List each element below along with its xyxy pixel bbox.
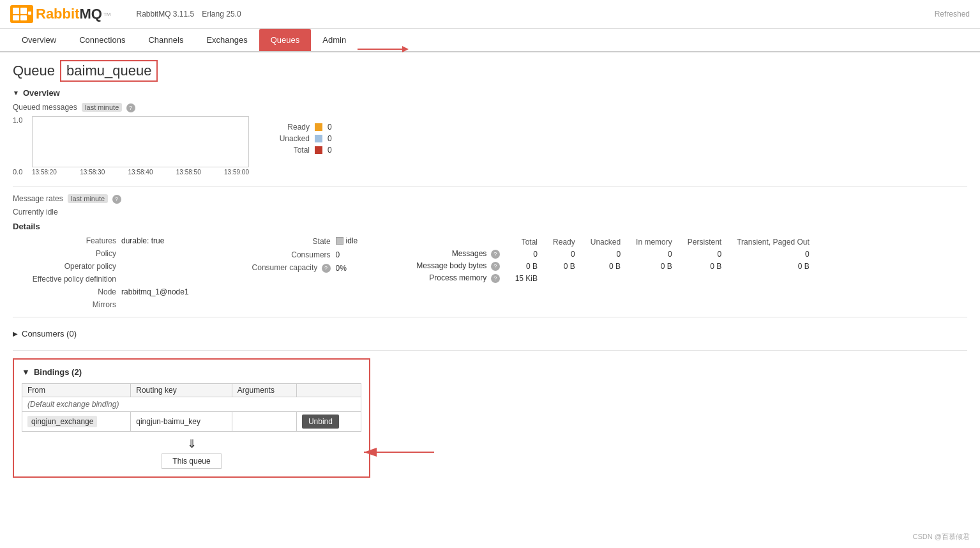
process-memory-help[interactable]: ? xyxy=(491,274,500,283)
binding-from-0: qingjun_exchange xyxy=(22,412,131,432)
admin-arrow xyxy=(358,40,409,59)
nav-queues[interactable]: Queues xyxy=(259,29,312,51)
bindings-arrow-icon: ▼ xyxy=(22,367,30,377)
consumers-arrow-icon: ▶ xyxy=(13,330,18,337)
body-bytes-ready: 0 B xyxy=(545,260,583,272)
consumer-capacity-label: Consumer capacity ? xyxy=(227,263,336,273)
queued-messages-label: Queued messages last minute ? xyxy=(13,103,967,112)
operator-policy-row: Operator policy xyxy=(13,262,189,271)
chart-wrapper: 1.0 0.0 13:58:20 13:58:30 13:58:40 13:58… xyxy=(32,116,249,176)
details-grid: Features durable: true Policy Operator p… xyxy=(13,236,967,309)
ready-color-icon xyxy=(315,123,322,131)
message-rates-label: Message rates last minute ? xyxy=(13,194,967,204)
body-bytes-label: Message body bytes ? xyxy=(409,260,507,272)
this-queue-box: This queue xyxy=(162,453,221,469)
state-value: idle xyxy=(336,236,358,247)
nav-connections[interactable]: Connections xyxy=(68,29,137,51)
queued-messages-help[interactable]: ? xyxy=(126,103,135,112)
messages-help[interactable]: ? xyxy=(491,250,500,259)
consumers-row: Consumers 0 xyxy=(227,250,358,259)
details-label[interactable]: Details xyxy=(13,222,967,231)
body-bytes-inmemory: 0 B xyxy=(628,260,680,272)
svg-rect-5 xyxy=(28,11,31,15)
binding-add-area: ⇓ This queue xyxy=(22,437,361,469)
operator-policy-label: Operator policy xyxy=(13,262,121,271)
unacked-color-icon xyxy=(315,135,322,142)
messages-ready: 0 xyxy=(545,248,583,260)
consumers-value: 0 xyxy=(336,250,340,259)
body-bytes-transient: 0 B xyxy=(729,260,817,272)
bindings-section: ▼ Bindings (2) From Routing key Argument… xyxy=(13,358,370,478)
total-color-icon xyxy=(315,146,322,154)
default-binding-row: (Default exchange binding) xyxy=(22,397,361,412)
chart-legend: Ready 0 Unacked 0 Total 0 xyxy=(275,123,332,155)
messages-inmemory: 0 xyxy=(628,248,680,260)
effective-policy-label: Effective policy definition xyxy=(13,275,121,284)
process-memory-val: 15 KiB xyxy=(508,272,545,284)
legend-ready: Ready 0 xyxy=(275,123,332,132)
logo-rabbit: Rabbit xyxy=(36,6,79,22)
queued-messages-subsection: Queued messages last minute ? 1.0 0.0 13… xyxy=(13,103,967,176)
divider-3 xyxy=(13,350,967,351)
svg-rect-1 xyxy=(13,8,19,14)
body-bytes-total: 0 B xyxy=(508,260,545,272)
body-bytes-persistent: 0 B xyxy=(680,260,729,272)
svg-rect-3 xyxy=(13,15,19,20)
mirrors-row: Mirrors xyxy=(13,300,189,309)
erlang-version: Erlang 25.0 xyxy=(202,10,241,19)
bindings-header[interactable]: ▼ Bindings (2) xyxy=(22,367,361,377)
last-minute-tag2: last minute xyxy=(68,194,108,203)
bindings-col-arguments: Arguments xyxy=(232,384,296,397)
nav-overview[interactable]: Overview xyxy=(10,29,68,51)
state-row: State idle xyxy=(227,236,358,247)
queue-label: Queue xyxy=(13,63,55,79)
x-label-4: 13:59:00 xyxy=(224,169,249,176)
legend-total-label: Total xyxy=(275,146,310,155)
stats-col-total: Total xyxy=(508,236,545,248)
rabbitmq-version: RabbitMQ 3.11.5 xyxy=(136,10,194,19)
legend-unacked: Unacked 0 xyxy=(275,134,332,143)
process-memory-unacked xyxy=(583,272,628,284)
message-rates-help[interactable]: ? xyxy=(112,195,121,204)
nav-exchanges[interactable]: Exchanges xyxy=(195,29,259,51)
x-label-1: 13:58:30 xyxy=(80,169,105,176)
bindings-col-from: From xyxy=(22,384,131,397)
currently-idle: Currently idle xyxy=(13,208,967,217)
chart-y-max: 1.0 xyxy=(13,116,22,124)
bindings-col-routing-key: Routing key xyxy=(131,384,232,397)
nav-admin[interactable]: Admin xyxy=(311,29,358,51)
consumer-capacity-help[interactable]: ? xyxy=(322,264,331,273)
legend-unacked-value: 0 xyxy=(328,134,332,143)
stats-table: Total Ready Unacked In memory Persistent… xyxy=(409,236,817,284)
unbind-button-0[interactable]: Unbind xyxy=(302,415,339,429)
stats-col-persistent: Persistent xyxy=(680,236,729,248)
body-bytes-help[interactable]: ? xyxy=(491,262,500,271)
node-row: Node rabbitmq_1@node1 xyxy=(13,287,189,296)
overview-section-header[interactable]: ▼ Overview xyxy=(13,88,967,98)
logo-mq: MQ xyxy=(79,6,102,22)
stats-col-unacked: Unacked xyxy=(583,236,628,248)
legend-ready-value: 0 xyxy=(328,123,332,132)
unbind-arrow xyxy=(358,439,434,465)
process-memory-persistent xyxy=(680,272,729,284)
refreshed-text: Refreshed xyxy=(935,10,970,19)
messages-transient: 0 xyxy=(729,248,817,260)
binding-arguments-0 xyxy=(232,412,296,432)
stats-body-bytes-row: Message body bytes ? 0 B 0 B 0 B 0 B 0 B… xyxy=(409,260,817,272)
bindings-title: Bindings (2) xyxy=(34,367,82,377)
details-left-col: Features durable: true Policy Operator p… xyxy=(13,236,189,309)
mirrors-label: Mirrors xyxy=(13,300,121,309)
messages-persistent: 0 xyxy=(680,248,729,260)
binding-row-0: qingjun_exchange qingjun-baimu_key Unbin… xyxy=(22,412,361,432)
default-binding-text: (Default exchange binding) xyxy=(22,397,361,412)
consumer-capacity-value: 0% xyxy=(336,264,347,273)
effective-policy-row: Effective policy definition xyxy=(13,275,189,284)
overview-arrow-icon: ▼ xyxy=(13,89,19,96)
svg-marker-7 xyxy=(402,46,409,52)
main-nav: Overview Connections Channels Exchanges … xyxy=(0,29,980,52)
legend-ready-label: Ready xyxy=(275,123,310,132)
consumers-section-header[interactable]: ▶ Consumers (0) xyxy=(13,325,967,342)
binding-actions-0: Unbind xyxy=(296,412,361,432)
legend-total: Total 0 xyxy=(275,146,332,155)
nav-channels[interactable]: Channels xyxy=(137,29,195,51)
